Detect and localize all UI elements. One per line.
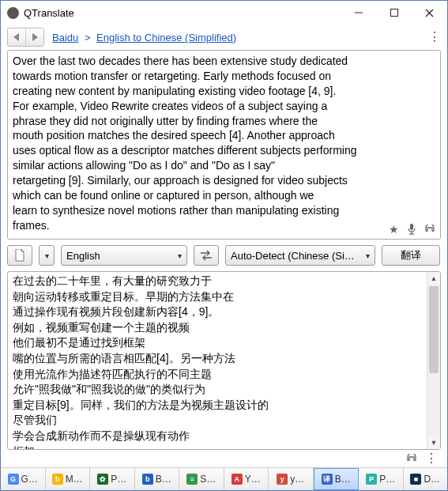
crumb-separator: > [85,32,91,43]
app-icon [7,7,19,19]
output-text[interactable]: 在过去的二十年里，有大量的研究致力于 朝向运动转移或重定目标。早期的方法集中在 … [8,272,427,449]
listen-output-icon[interactable] [406,454,417,463]
back-button[interactable] [8,28,26,46]
close-button[interactable] [412,1,447,25]
service-tab[interactable]: AY… [224,468,269,490]
service-icon: b [52,474,63,485]
service-icon: ≡ [186,474,198,485]
service-tab[interactable]: 译B… [314,468,360,490]
source-language-label: English [66,250,100,262]
service-tab[interactable]: ■D… [404,468,448,490]
output-menu-button[interactable]: ⋮ [425,452,438,465]
title-bar: QTranslate [1,1,447,25]
output-scrollbar[interactable]: ▲ ▼ [427,272,440,449]
target-language-select[interactable]: Auto-Detect (Chinese (Si… ▾ [225,245,375,266]
service-label: D… [424,474,440,485]
service-icon: y [277,474,288,485]
breadcrumb: Baidu > English to Chinese (Simplified) [52,32,236,43]
service-icon: P [366,474,377,485]
service-label: B… [335,474,351,485]
service-label: S… [200,474,216,485]
service-tab[interactable]: ✿P… [90,468,135,490]
source-pane: ★ [7,50,441,240]
service-icon: b [142,474,153,485]
service-label: G… [21,474,38,485]
service-label: Y… [245,474,261,485]
service-label: P… [111,474,126,485]
service-icon: 译 [322,474,333,485]
minimize-button[interactable] [341,1,376,25]
service-icon: ■ [410,474,421,485]
service-icon: A [232,474,243,485]
service-label: M… [66,474,83,485]
service-tab[interactable]: bM… [46,468,91,490]
output-tool-icons: ⋮ [7,450,441,467]
svg-rect-6 [410,224,413,230]
service-label: P… [379,474,395,485]
service-tab[interactable]: yy… [269,468,314,490]
scroll-down-icon[interactable]: ▼ [427,436,440,449]
crumb-service[interactable]: Baidu [52,32,78,43]
scroll-up-icon[interactable]: ▲ [427,272,440,285]
output-pane: 在过去的二十年里，有大量的研究致力于 朝向运动转移或重定目标。早期的方法集中在 … [7,271,441,467]
service-tab[interactable]: GG… [1,468,46,490]
voice-input-icon[interactable] [407,224,416,235]
svg-marker-5 [32,33,38,41]
nav-bar: Baidu > English to Chinese (Simplified) … [1,25,447,50]
service-label: y… [290,474,304,485]
translate-button-label: 翻译 [401,248,421,262]
nav-menu-button[interactable]: ⋮ [428,31,441,43]
chevron-down-icon: ▾ [178,251,182,260]
svg-rect-1 [390,9,397,17]
favorite-icon[interactable]: ★ [389,223,399,236]
service-tab[interactable]: bB… [135,468,180,490]
history-nav [7,28,44,47]
listen-icon[interactable] [424,225,435,234]
window-title: QTranslate [24,7,341,19]
scroll-thumb[interactable] [429,286,439,373]
service-icon: ✿ [97,474,108,485]
forward-button[interactable] [26,28,43,46]
translate-button[interactable]: 翻译 [382,245,440,266]
window-controls [341,1,447,25]
svg-marker-4 [13,33,19,41]
maximize-button[interactable] [376,1,412,25]
service-icon: G [8,474,19,485]
service-tab[interactable]: PP… [359,468,404,490]
service-tab[interactable]: ≡S… [179,468,224,490]
services-bar: GG…bM…✿P…bB…≡S…AY…yy…译B…PP…■D… [1,467,447,490]
source-textarea[interactable] [8,51,440,239]
source-box: ★ [7,50,441,240]
chevron-down-icon: ▾ [366,251,370,260]
translate-toolbar: ▾ English ▾ Auto-Detect (Chinese (Si… ▾ … [1,240,447,271]
output-box: 在过去的二十年里，有大量的研究致力于 朝向运动转移或重定目标。早期的方法集中在 … [7,271,441,450]
crumb-lang-pair[interactable]: English to Chinese (Simplified) [96,32,236,43]
new-doc-button[interactable] [7,245,32,266]
swap-languages-button[interactable] [194,245,219,266]
app-window: QTranslate Baidu > English to Ch [0,0,448,491]
target-language-label: Auto-Detect (Chinese (Si… [231,250,355,262]
source-language-select[interactable]: English ▾ [61,245,187,266]
doc-menu-button[interactable]: ▾ [39,245,55,266]
source-tool-icons: ★ [389,223,435,236]
service-label: B… [156,474,171,485]
